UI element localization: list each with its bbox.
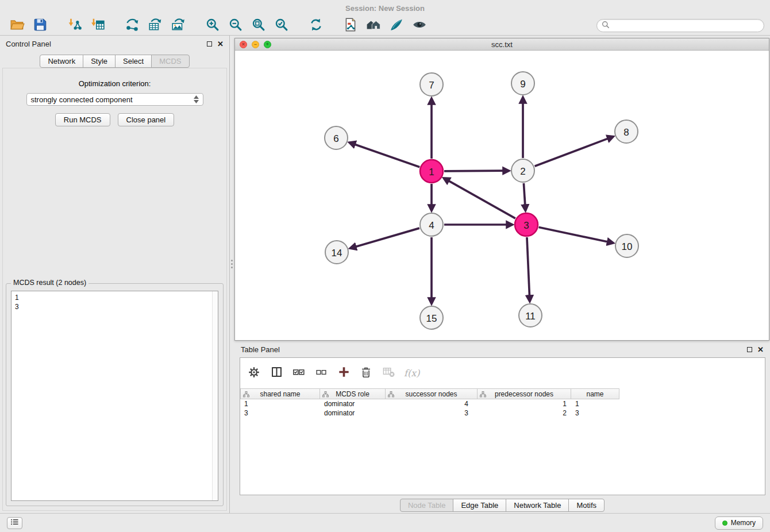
zoom-selected-button[interactable] [270,17,293,35]
apply-style-button[interactable] [385,17,408,35]
node-table-container: f(x) shared name MCDS role successor [240,357,765,495]
tab-network[interactable]: Network [40,55,83,68]
unselect-all-columns-button[interactable] [314,366,328,380]
delete-table-button[interactable] [382,366,395,380]
table-row[interactable]: 1 dominator 4 1 1 [240,399,765,408]
mcds-panel: Optimization criterion: strongly connect… [2,68,227,511]
run-mcds-button[interactable]: Run MCDS [55,113,110,126]
node-table: shared name MCDS role successor nodes pr… [240,388,765,418]
open-folder-icon [10,17,25,34]
table-row[interactable]: 3 dominator 3 2 3 [240,408,765,418]
search-input[interactable] [613,21,759,30]
select-all-columns-button[interactable] [292,366,306,380]
column-label: predecessor nodes [495,390,553,398]
table-settings-button[interactable] [247,366,261,380]
close-panel-button[interactable]: Close panel [118,113,175,126]
import-network-button[interactable] [63,17,86,35]
table-panel-tabs: Node Table Edge Table Network Table Moti… [234,499,770,512]
network-window-titlebar[interactable]: scc.txt × – + [235,38,769,51]
save-session-button[interactable] [29,17,52,35]
graph-node-label: 15 [426,313,437,324]
graph-edge-3-11[interactable] [527,237,529,295]
column-header-predecessor-nodes[interactable]: predecessor nodes [478,388,571,399]
zoom-selected-icon [274,17,289,34]
result-scrollbar[interactable] [212,291,218,500]
network-overview-button[interactable] [362,17,385,35]
control-panel-title: Control Panel [6,40,51,48]
open-session-button[interactable] [6,17,29,35]
show-panels-button[interactable] [7,517,22,529]
window-minimize-button[interactable]: – [252,41,259,48]
tab-edge-table[interactable]: Edge Table [453,499,506,512]
import-network-icon [67,17,82,34]
function-builder-button[interactable]: f(x) [404,366,419,380]
tab-network-table[interactable]: Network Table [506,499,569,512]
show-columns-button[interactable] [270,366,283,380]
criterion-dropdown[interactable]: strongly connected component [26,93,203,106]
application-window: Session: New Session [0,0,770,532]
window-titlebar: Session: New Session [0,0,770,16]
search-field[interactable] [596,19,764,32]
graph-node-label: 2 [520,166,525,177]
export-image-button[interactable] [167,17,190,35]
control-panel-tabs: Network Style Select MCDS [0,55,229,68]
graph-edge-1-2[interactable] [444,171,503,171]
fx-icon: f(x) [404,368,419,379]
tab-motifs[interactable]: Motifs [568,499,605,512]
import-table-button[interactable] [86,17,109,35]
clone-network-button[interactable] [339,17,362,35]
panel-splitter[interactable] [231,260,233,268]
graph-edge-3-10[interactable] [539,228,607,242]
column-header-mcds-role[interactable]: MCDS role [320,388,386,399]
show-hide-graphics-button[interactable] [408,17,431,35]
graph-edge-2-8[interactable] [535,138,608,166]
mcds-result-title: MCDS result (2 nodes) [11,279,88,287]
refresh-icon [309,17,324,34]
network-graph[interactable]: 7968124314101511 [235,51,769,341]
create-column-button[interactable] [337,366,351,380]
column-header-name[interactable]: name [571,388,619,399]
search-icon [602,21,610,31]
column-type-icon [480,391,486,398]
graph-edge-3-1[interactable] [449,181,515,218]
tab-node-table[interactable]: Node Table [400,499,454,512]
column-label: MCDS role [336,390,369,398]
column-header-successor-nodes[interactable]: successor nodes [386,388,478,399]
new-table-button[interactable] [144,17,167,35]
zoom-in-button[interactable] [201,17,224,35]
unchecked-boxes-icon [315,367,327,380]
zoom-out-button[interactable] [224,17,247,35]
network-canvas[interactable]: 7968124314101511 [235,51,769,340]
mcds-result-list[interactable]: 1 3 [11,291,218,501]
graph-node-label: 10 [622,241,633,252]
zoom-out-icon [228,17,243,34]
table-panel-header: Table Panel ✕ [234,342,770,357]
graph-node-label: 4 [429,220,434,231]
column-label: shared name [260,390,300,398]
memory-button[interactable]: Memory [715,516,763,530]
close-table-panel-icon[interactable]: ✕ [757,346,764,353]
float-table-panel-icon[interactable] [747,347,752,352]
graph-node-label: 14 [332,248,342,259]
zoom-fit-button[interactable] [247,17,270,35]
delete-column-button[interactable] [359,366,373,380]
graph-edge-4-14[interactable] [356,228,419,246]
float-panel-icon[interactable] [207,41,212,47]
double-home-icon [366,17,381,34]
control-panel: Control Panel ✕ Network Style Select MCD… [0,36,230,513]
column-type-icon [243,391,249,398]
tab-mcds[interactable]: MCDS [151,55,189,68]
column-type-icon [322,391,329,398]
cell-name: 1 [571,400,619,408]
refresh-layout-button[interactable] [305,17,328,35]
column-header-shared-name[interactable]: shared name [240,388,320,399]
close-panel-icon[interactable]: ✕ [217,40,224,48]
window-zoom-button[interactable]: + [264,41,271,48]
graph-edge-2-3[interactable] [523,183,525,205]
tab-select[interactable]: Select [115,55,152,68]
graph-edge-1-6[interactable] [355,145,419,167]
tab-style[interactable]: Style [83,55,116,68]
window-close-button[interactable]: × [240,41,247,48]
control-panel-header: Control Panel ✕ [0,36,229,52]
network-from-selection-button[interactable] [121,17,144,35]
